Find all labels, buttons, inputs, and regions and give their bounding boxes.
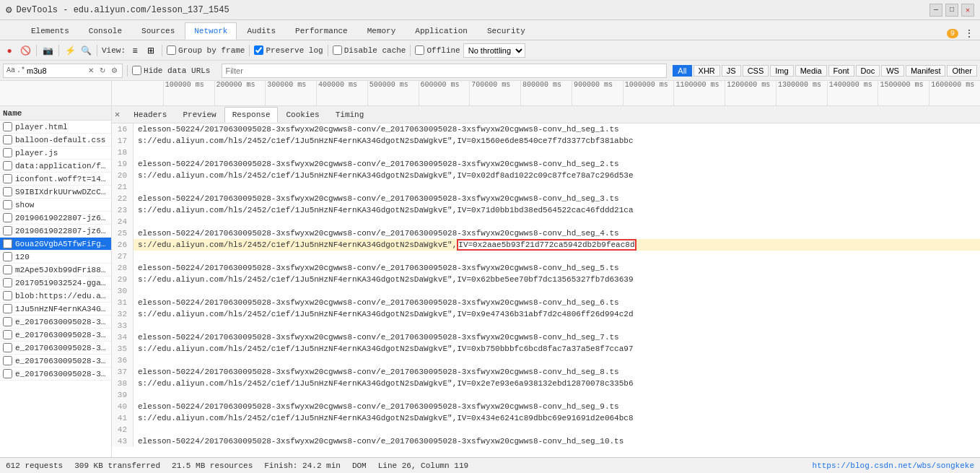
preserve-log-checkbox[interactable] <box>254 45 263 55</box>
tab-security[interactable]: Security <box>478 22 535 40</box>
search-refresh-button[interactable]: ↻ <box>97 66 108 76</box>
file-item-checkbox-8[interactable] <box>3 226 12 235</box>
search-clear-button[interactable]: ✕ <box>86 66 96 76</box>
file-list-item-7[interactable]: 20190619022807-jz6gtjsl6xw44kko?OSSAcces… <box>0 212 111 225</box>
filter-type-media[interactable]: Media <box>795 65 827 77</box>
file-item-checkbox-17[interactable] <box>3 343 12 352</box>
response-line-21: 21 <box>112 181 980 193</box>
file-list-item-1[interactable]: balloon-default.css <box>0 134 111 147</box>
filter-type-css[interactable]: CSS <box>743 65 769 77</box>
view-large-button[interactable]: ⊞ <box>144 44 157 57</box>
filter-type-img[interactable]: Img <box>770 65 793 77</box>
tab-network[interactable]: Network <box>185 22 237 40</box>
filter-type-ws[interactable]: WS <box>881 65 904 77</box>
file-list-item-16[interactable]: e_20170630095028-3xsfwyxw20cgwws8-conv_h… <box>0 329 111 342</box>
file-item-name-7: 20190619022807-jz6gtjsl6xw44kko?OSSAcces… <box>15 214 108 222</box>
tab-console[interactable]: Console <box>79 22 131 40</box>
filter-input[interactable] <box>222 64 667 78</box>
file-list-item-6[interactable]: show <box>0 199 111 212</box>
file-list-item-4[interactable]: iconfont.woff?t=1481016498006 <box>0 173 111 186</box>
file-list-item-2[interactable]: player.js <box>0 147 111 160</box>
resp-tab-headers[interactable]: Headers <box>126 107 175 123</box>
file-item-checkbox-14[interactable] <box>3 304 12 313</box>
file-item-checkbox-7[interactable] <box>3 213 12 222</box>
camera-button[interactable]: 📷 <box>41 44 54 57</box>
filter-type-xhr[interactable]: XHR <box>694 65 720 77</box>
filter-type-doc[interactable]: Doc <box>856 65 880 77</box>
file-list-item-3[interactable]: data:application/fo... <box>0 160 111 173</box>
file-item-checkbox-6[interactable] <box>3 200 12 209</box>
file-item-checkbox-2[interactable] <box>3 148 12 157</box>
clear-button[interactable]: 🚫 <box>19 44 32 57</box>
file-list-item-17[interactable]: e_20170630095028-3xsfwyxw20cgwws8-conv_h… <box>0 342 111 355</box>
file-item-checkbox-13[interactable] <box>3 291 12 300</box>
hide-data-urls-checkbox[interactable] <box>132 66 141 75</box>
file-item-checkbox-16[interactable] <box>3 330 12 339</box>
file-item-checkbox-15[interactable] <box>3 317 12 326</box>
search-settings-button[interactable]: ⚙ <box>109 66 119 76</box>
line-number: 33 <box>112 320 134 331</box>
file-item-checkbox-10[interactable] <box>3 252 12 261</box>
cursor-position: Line 26, Column 119 <box>378 461 468 470</box>
filter-button[interactable]: ⚡ <box>64 44 76 57</box>
response-content[interactable]: 16elesson-50224/20170630095028-3xsfwyxw2… <box>112 123 980 457</box>
file-list-item-14[interactable]: 1Ju5nHzNF4ernKA34GdgotN2sDaWgkvE <box>0 303 111 316</box>
file-item-checkbox-12[interactable] <box>3 278 12 287</box>
tab-performance[interactable]: Performance <box>286 22 357 40</box>
file-item-checkbox-9[interactable] <box>3 239 12 248</box>
tab-audits[interactable]: Audits <box>237 22 285 40</box>
more-options-icon[interactable]: ⋮ <box>964 27 974 40</box>
file-list-item-18[interactable]: e_20170630095028-3xsfwyxw20cgwws8-conv_h… <box>0 355 111 368</box>
group-by-frame-checkbox[interactable] <box>167 45 176 55</box>
file-item-checkbox-1[interactable] <box>3 135 12 144</box>
tab-elements[interactable]: Elements <box>22 22 79 40</box>
file-list-item-8[interactable]: 20190619022807-jz6gtjsl6xw44kko?OSSAcces… <box>0 225 111 238</box>
file-item-checkbox-5[interactable] <box>3 187 12 196</box>
record-button[interactable]: ● <box>3 44 16 57</box>
resp-tab-preview[interactable]: Preview <box>175 107 224 123</box>
search-button[interactable]: 🔍 <box>79 44 92 57</box>
file-list-item-11[interactable]: m2Ape5J0xb99dFri88grg9a9vNL3b4g3 <box>0 264 111 277</box>
file-item-checkbox-4[interactable] <box>3 174 12 183</box>
minimize-button[interactable]: — <box>929 4 942 17</box>
filter-type-js[interactable]: JS <box>722 65 741 77</box>
file-list-item-13[interactable]: blob:https://edu.aliyun.com/13a8a52f-2c5… <box>0 290 111 303</box>
response-line-22: 22elesson-50224/20170630095028-3xsfwyxw2… <box>112 193 980 204</box>
filter-type-font[interactable]: Font <box>828 65 854 77</box>
filter-type-manifest[interactable]: Manifest <box>906 65 946 77</box>
maximize-button[interactable]: □ <box>945 4 958 17</box>
file-list-item-5[interactable]: S9IBIXdrkUUrwwDZcCLHnaatieYbF1qM.m3u8?co… <box>0 186 111 199</box>
file-item-checkbox-18[interactable] <box>3 356 12 365</box>
close-button[interactable]: ✕ <box>961 4 974 17</box>
file-item-checkbox-19[interactable] <box>3 369 12 378</box>
resp-tab-response[interactable]: Response <box>224 107 279 123</box>
tab-application[interactable]: Application <box>406 22 477 40</box>
timeline-tick-11: 1200000 ms <box>725 81 770 105</box>
view-list-button[interactable]: ≡ <box>128 44 141 57</box>
file-list-item-12[interactable]: 20170519032524-ggauw1x00qo0okgk-conv_hd_… <box>0 277 111 290</box>
dom-label: DOM <box>352 461 367 470</box>
file-list-item-19[interactable]: e_20170630095028-3xsfwyxw20cgwws8-conv_h… <box>0 368 111 381</box>
file-item-checkbox-11[interactable] <box>3 265 12 274</box>
file-item-checkbox-3[interactable] <box>3 161 12 170</box>
finish-time: Finish: 24.2 min <box>264 461 341 470</box>
file-list-item-15[interactable]: e_20170630095028-3xsfwyxw20cgwws8-conv_h… <box>0 316 111 329</box>
filter-type-other[interactable]: Other <box>947 65 977 77</box>
file-list-item-0[interactable]: player.html <box>0 121 111 134</box>
search-input[interactable] <box>27 66 84 75</box>
file-list-item-9[interactable]: Goua2GVgbA5TfwFiFgnPGyOdhA74uZCy.m3u8?co… <box>0 238 111 251</box>
offline-checkbox[interactable] <box>415 45 424 55</box>
filter-type-all[interactable]: All <box>673 65 691 77</box>
file-item-name-14: 1Ju5nHzNF4ernKA34GdgotN2sDaWgkvE <box>15 305 108 313</box>
file-list-item-10[interactable]: 120 <box>0 251 111 264</box>
tab-sources[interactable]: Sources <box>132 22 184 40</box>
throttling-select[interactable]: No throttling <box>463 43 525 58</box>
tab-memory[interactable]: Memory <box>358 22 406 40</box>
resp-tab-cookies[interactable]: Cookies <box>278 107 327 123</box>
resp-tab-timing[interactable]: Timing <box>328 107 372 123</box>
disable-cache-checkbox[interactable] <box>333 45 342 55</box>
close-response-button[interactable]: ✕ <box>115 109 120 120</box>
line-content <box>134 424 980 435</box>
offline-label: Offline <box>426 46 460 55</box>
file-item-checkbox-0[interactable] <box>3 122 12 131</box>
